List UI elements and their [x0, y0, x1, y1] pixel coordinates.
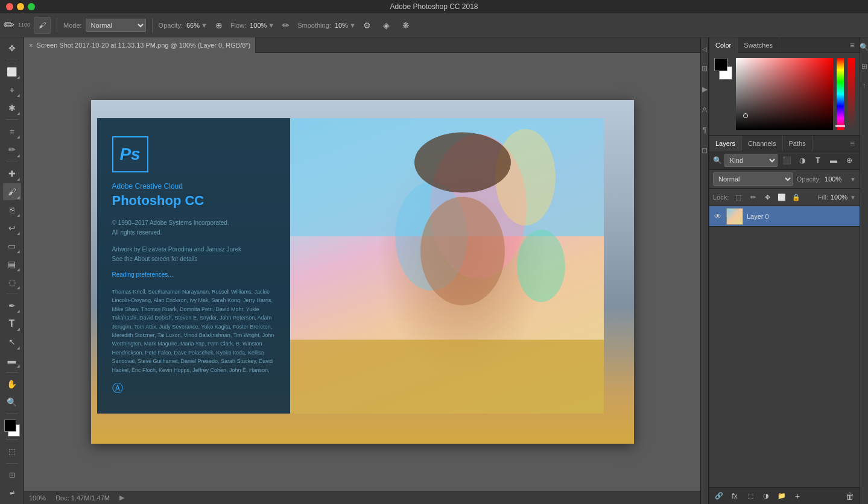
- marquee-tool[interactable]: ⬜◢: [3, 63, 21, 80]
- document-tab[interactable]: × Screen Shot 2017-10-20 at 11.33.13 PM.…: [24, 37, 256, 53]
- lock-pixels-btn[interactable]: ✏: [747, 191, 759, 203]
- color-swatches[interactable]: [3, 420, 21, 436]
- layer-row[interactable]: 👁 Layer 0: [709, 206, 860, 227]
- tab-color[interactable]: Color: [709, 37, 738, 53]
- pen-tool[interactable]: ✒◢: [3, 297, 21, 314]
- search-layers-icon: 🔍: [713, 156, 722, 165]
- healing-tool[interactable]: ✚◢: [3, 165, 21, 181]
- layer-visibility-toggle[interactable]: 👁: [713, 212, 723, 221]
- eyedropper-tool[interactable]: ✏◢: [3, 141, 21, 158]
- dodge-tool[interactable]: ◌◢: [3, 274, 21, 291]
- delete-layer-btn[interactable]: 🗑: [844, 490, 856, 502]
- fill-arrow[interactable]: ▼: [850, 194, 856, 201]
- opacity-arrow[interactable]: ▼: [850, 176, 856, 183]
- panel-icon-1[interactable]: ⊞: [702, 65, 708, 73]
- settings-button[interactable]: ⚙: [360, 17, 375, 33]
- panel-icon-2[interactable]: ▶: [702, 85, 708, 93]
- brush-tool[interactable]: 🖌◢: [3, 183, 21, 200]
- share-button[interactable]: ↑: [860, 78, 869, 93]
- color-panel-menu[interactable]: ≡: [845, 40, 860, 50]
- foreground-color-chip[interactable]: [714, 58, 727, 71]
- color-gradient-picker[interactable]: [736, 58, 833, 130]
- layers-panel-menu[interactable]: ≡: [845, 139, 860, 148]
- alpha-strip[interactable]: [847, 58, 855, 130]
- layers-kind-toolbar: 🔍 Kind ⬛ ◑ T ▬ ⊕: [709, 151, 860, 170]
- lasso-tool[interactable]: ⌖◢: [3, 81, 21, 98]
- type-tool[interactable]: T◢: [3, 315, 21, 332]
- pressure-button[interactable]: ✏: [278, 17, 294, 33]
- panel-icon-3[interactable]: A: [702, 106, 707, 114]
- link-layers-btn[interactable]: 🔗: [713, 490, 725, 502]
- history-tool[interactable]: ↩◢: [3, 219, 21, 236]
- tab-swatches[interactable]: Swatches: [738, 37, 779, 53]
- tool-sep-1: [6, 60, 18, 60]
- app-title: Adobe Photoshop CC 2018: [390, 2, 478, 11]
- fill-section: Fill: 100% ▼: [818, 194, 856, 201]
- mode-label: Mode:: [63, 22, 82, 29]
- foreground-color-swatch[interactable]: [4, 420, 16, 432]
- panel-icon-5[interactable]: ⊡: [702, 146, 708, 155]
- opacity-control[interactable]: 66% ▼: [186, 22, 207, 29]
- screen-mode-btn[interactable]: ⊡: [3, 467, 21, 484]
- layers-kind-select[interactable]: Kind: [724, 154, 778, 167]
- crop-tool[interactable]: ⌗◢: [3, 123, 21, 140]
- workspace-button[interactable]: ⊞: [860, 59, 869, 74]
- eraser-tool[interactable]: ▭◢: [3, 238, 21, 254]
- airbrush-button[interactable]: ⊕: [211, 17, 227, 33]
- adjustment-layer-filter[interactable]: ◑: [796, 154, 809, 167]
- gradient-tool[interactable]: ▤◢: [3, 256, 21, 272]
- path-select-tool[interactable]: ↖◢: [3, 333, 21, 350]
- smart-object-filter[interactable]: ⊕: [843, 154, 856, 167]
- adobe-cc-label: Adobe Creative Cloud: [112, 182, 275, 191]
- move-tool[interactable]: ✥: [3, 40, 21, 57]
- lock-artboard-btn[interactable]: ⬜: [776, 191, 788, 203]
- smoothing-control[interactable]: 10% ▼: [335, 22, 356, 29]
- symmetry-button[interactable]: ◈: [379, 17, 394, 33]
- zoom-tool[interactable]: 🔍: [3, 394, 21, 411]
- tab-close-btn[interactable]: ×: [29, 42, 33, 49]
- layers-mode-select[interactable]: Normal: [713, 172, 793, 186]
- add-group-btn[interactable]: 📁: [776, 490, 788, 502]
- flow-control[interactable]: 100% ▼: [250, 22, 274, 29]
- add-layer-btn[interactable]: +: [791, 490, 803, 502]
- opacity-value[interactable]: 100%: [825, 175, 846, 183]
- minimize-button[interactable]: [17, 3, 24, 10]
- extra-tools-btn[interactable]: ⇌: [3, 485, 21, 502]
- lock-position-btn[interactable]: ✥: [761, 191, 773, 203]
- hue-strip[interactable]: [837, 58, 844, 130]
- shape-layer-filter[interactable]: ▬: [827, 154, 840, 167]
- collapse-icon-1[interactable]: ◁: [702, 46, 708, 52]
- document-canvas[interactable]: Ps Adobe Creative Cloud Photoshop CC © 1…: [91, 100, 634, 444]
- shape-tool[interactable]: ▬◢: [3, 352, 21, 369]
- tab-paths[interactable]: Paths: [783, 136, 813, 151]
- window-controls[interactable]: [6, 3, 35, 10]
- panel-icon-4[interactable]: ¶: [703, 126, 706, 134]
- hue-indicator: [835, 125, 845, 127]
- lock-transparent-btn[interactable]: ⬚: [732, 191, 744, 203]
- pixel-layer-filter[interactable]: ⬛: [780, 154, 793, 167]
- tab-layers[interactable]: Layers: [709, 136, 742, 151]
- status-arrow[interactable]: ▶: [119, 494, 124, 502]
- color-picker-cursor: [743, 113, 748, 118]
- lock-all-btn[interactable]: 🔒: [790, 191, 802, 203]
- close-button[interactable]: [6, 3, 13, 10]
- brush-preset-button[interactable]: 🖌: [34, 17, 51, 34]
- fill-value[interactable]: 100%: [831, 194, 847, 201]
- mode-select[interactable]: Normal Multiply Screen: [86, 19, 146, 32]
- add-mask-btn[interactable]: ⬚: [744, 490, 756, 502]
- add-adjustment-btn[interactable]: ◑: [760, 490, 772, 502]
- tab-channels[interactable]: Channels: [742, 136, 782, 151]
- quick-select-tool[interactable]: ✱◢: [3, 99, 21, 116]
- layer-thumb-inner: [727, 209, 743, 224]
- layer-name[interactable]: Layer 0: [747, 213, 856, 220]
- canvas-wrapper[interactable]: Ps Adobe Creative Cloud Photoshop CC © 1…: [24, 53, 700, 491]
- hand-tool[interactable]: ✋: [3, 376, 21, 392]
- clone-tool[interactable]: ⎘◢: [3, 201, 21, 218]
- maximize-button[interactable]: [28, 3, 35, 10]
- add-effect-btn[interactable]: fx: [729, 490, 741, 502]
- quick-mask-toggle[interactable]: ⬚: [3, 443, 21, 460]
- extra-button[interactable]: ❋: [398, 17, 414, 33]
- type-layer-filter[interactable]: T: [811, 154, 825, 167]
- smoothing-label: Smoothing:: [297, 22, 331, 29]
- search-button[interactable]: 🔍: [860, 40, 869, 54]
